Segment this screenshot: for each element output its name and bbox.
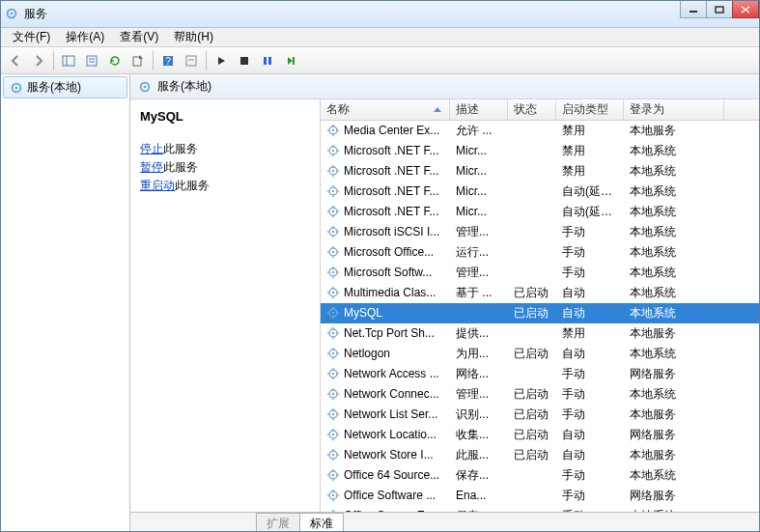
service-row[interactable]: Multimedia Clas...基于 ...已启动自动本地系统 [321, 283, 759, 303]
col-state[interactable]: 状态 [508, 99, 556, 120]
cell-start: 自动 [556, 285, 624, 301]
menu-view[interactable]: 查看(V) [112, 27, 166, 47]
maximize-button[interactable] [706, 1, 733, 18]
stop-service-button[interactable] [234, 50, 255, 71]
cell-name: Netlogon [321, 347, 450, 360]
cell-start: 手动 [556, 224, 624, 240]
export-button[interactable] [127, 50, 149, 71]
service-row[interactable]: Microsoft iSCSI I...管理...手动本地系统 [321, 222, 759, 242]
gear-icon [326, 205, 340, 218]
service-row[interactable]: Microsoft Softw...管理...手动本地系统 [321, 263, 759, 283]
cell-desc: 管理... [450, 224, 508, 240]
cell-name: Net.Tcp Port Sh... [321, 326, 450, 340]
gear-icon [326, 144, 340, 157]
col-logon[interactable]: 登录为 [624, 99, 724, 120]
menu-action[interactable]: 操作(A) [58, 27, 112, 47]
col-name[interactable]: 名称 [321, 99, 450, 120]
col-start[interactable]: 启动类型 [556, 99, 624, 120]
restart-link[interactable]: 重启动 [140, 179, 175, 192]
tab-standard[interactable]: 标准 [299, 513, 344, 531]
gear-icon [326, 124, 340, 137]
cell-desc: 提供... [450, 325, 508, 342]
pause-service-button[interactable] [257, 50, 278, 71]
svg-rect-19 [293, 57, 295, 65]
cell-desc: 管理... [450, 265, 508, 281]
service-row[interactable]: Office Software ...Ena...手动网络服务 [321, 486, 759, 506]
svg-point-121 [332, 454, 334, 456]
svg-rect-8 [87, 56, 97, 66]
back-button[interactable] [5, 50, 26, 71]
cell-logon: 本地服务 [624, 406, 724, 423]
gear-icon [326, 184, 340, 198]
service-row[interactable]: Microsoft .NET F...Micr...自动(延迟...本地系统 [321, 202, 759, 222]
tree-root-services-local[interactable]: 服务(本地) [3, 76, 127, 98]
service-row[interactable]: Office 64 Source...保存...手动本地系统 [321, 465, 759, 486]
svg-point-73 [332, 292, 334, 294]
svg-point-67 [332, 271, 334, 273]
close-button[interactable] [732, 1, 759, 18]
svg-text:?: ? [165, 56, 171, 67]
cell-start: 手动 [556, 244, 624, 261]
service-row[interactable]: Network Locatio...收集...已启动自动网络服务 [321, 425, 759, 445]
cell-logon: 本地系统 [624, 285, 724, 301]
cell-name: Network Access ... [321, 367, 450, 380]
cell-logon: 本地系统 [624, 467, 724, 484]
cell-start: 禁用 [556, 325, 624, 342]
menu-file[interactable]: 文件(F) [5, 27, 58, 47]
service-row[interactable]: Network Access ...网络...手动网络服务 [321, 364, 759, 384]
cell-logon: 网络服务 [624, 488, 724, 504]
toolbar-separator [153, 51, 154, 70]
service-row[interactable]: Microsoft .NET F...Micr...禁用本地系统 [321, 161, 759, 182]
refresh-button[interactable] [104, 50, 126, 71]
service-row[interactable]: Media Center Ex...允许 ...禁用本地服务 [321, 121, 759, 141]
menu-help[interactable]: 帮助(H) [166, 27, 221, 47]
service-row[interactable]: Microsoft Office...运行...手动本地系统 [321, 242, 759, 263]
service-row[interactable]: Microsoft .NET F...Micr...禁用本地系统 [321, 141, 759, 161]
cell-logon: 本地系统 [624, 386, 724, 403]
svg-point-1 [11, 12, 14, 14]
cell-logon: 本地系统 [624, 346, 724, 362]
cell-start: 自动 [556, 305, 624, 322]
tab-extended[interactable]: 扩展 [256, 513, 300, 531]
pause-link[interactable]: 暂停 [140, 160, 163, 174]
col-desc[interactable]: 描述 [450, 99, 508, 120]
cell-logon: 本地系统 [624, 143, 724, 159]
service-row[interactable]: Network List Ser...识别...已启动手动本地服务 [321, 405, 759, 425]
cell-name: Microsoft .NET F... [321, 164, 450, 178]
svg-point-97 [332, 373, 334, 375]
svg-point-23 [144, 85, 147, 88]
svg-point-79 [332, 312, 334, 314]
show-hide-tree-button[interactable] [58, 50, 79, 71]
cell-start: 自动 [556, 346, 624, 362]
cell-start: 禁用 [556, 123, 624, 139]
help-button[interactable]: ? [157, 50, 179, 71]
svg-point-103 [332, 393, 334, 395]
svg-point-91 [332, 352, 334, 354]
restart-suffix: 此服务 [175, 179, 210, 192]
start-service-button[interactable] [211, 50, 232, 71]
window-titlebar: 服务 [1, 1, 759, 28]
minimize-button[interactable] [680, 1, 707, 18]
cell-logon: 本地服务 [624, 123, 724, 139]
stop-link[interactable]: 停止 [140, 142, 163, 155]
help2-button[interactable] [181, 50, 202, 71]
cell-name: Microsoft iSCSI I... [321, 225, 450, 238]
service-rows[interactable]: Media Center Ex...允许 ...禁用本地服务Microsoft … [321, 121, 759, 512]
service-row[interactable]: Microsoft .NET F...Micr...自动(延迟...本地系统 [321, 182, 759, 202]
service-row[interactable]: Netlogon为用...已启动自动本地系统 [321, 344, 759, 364]
cell-desc: Micr... [450, 144, 508, 157]
properties-button[interactable] [81, 50, 102, 71]
forward-button[interactable] [28, 50, 49, 71]
service-row[interactable]: Network Connec...管理...已启动手动本地系统 [321, 384, 759, 405]
menubar: 文件(F) 操作(A) 查看(V) 帮助(H) [1, 28, 759, 47]
svg-point-21 [15, 86, 18, 89]
svg-point-109 [332, 413, 334, 415]
restart-service-button[interactable] [280, 50, 301, 71]
service-row[interactable]: Net.Tcp Port Sh...提供...禁用本地服务 [321, 323, 759, 344]
tree-pane: 服务(本地) [1, 74, 130, 531]
cell-start: 手动 [556, 467, 624, 484]
service-row[interactable]: MySQL已启动自动本地系统 [321, 303, 759, 323]
cell-desc: 识别... [450, 406, 508, 423]
cell-logon: 网络服务 [624, 427, 724, 443]
service-row[interactable]: Network Store I...此服...已启动自动本地服务 [321, 445, 759, 465]
